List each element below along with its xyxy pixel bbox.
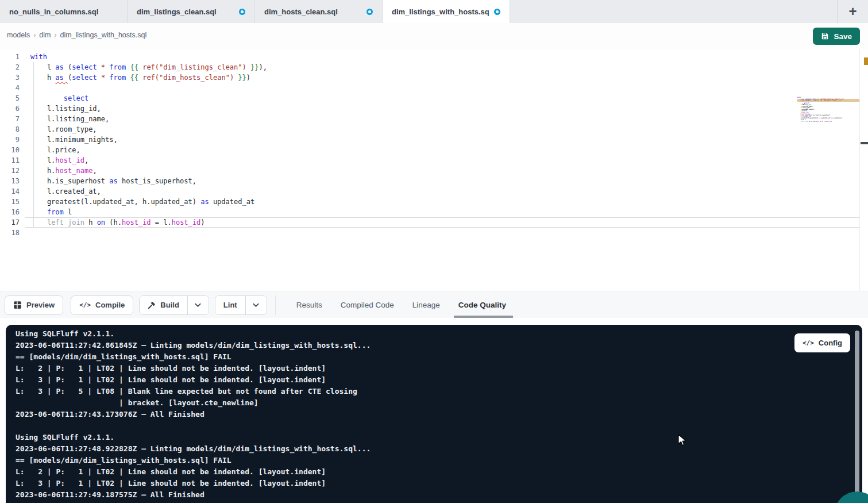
- grid-icon: [13, 301, 22, 309]
- terminal-line: L: 2 | P: 1 | LT02 | Line should not be …: [16, 363, 839, 374]
- code-line[interactable]: 15 greatest(l.updated_at, h.updated_at) …: [0, 197, 868, 207]
- chevron-down-icon: [252, 301, 260, 309]
- line-number: 15: [0, 197, 20, 207]
- modified-dot-icon: [367, 9, 373, 15]
- toolbar-divider: [275, 295, 276, 315]
- code-line-text: l.room_type,: [30, 124, 97, 135]
- line-number: 13: [0, 176, 20, 186]
- line-number: 8: [0, 124, 20, 135]
- code-line[interactable]: 12 h.host_name,: [0, 166, 868, 176]
- editor-tab[interactable]: dim_listings_clean.sql: [128, 0, 255, 23]
- code-line[interactable]: 16 from l: [0, 207, 868, 217]
- code-line-text: l.listing_name,: [30, 114, 109, 124]
- code-line-text: l as (select * from {{ ref("dim_listings…: [30, 62, 267, 72]
- code-line-text: l.host_id,: [30, 155, 88, 166]
- code-line[interactable]: 2 l as (select * from {{ ref("dim_listin…: [0, 62, 868, 72]
- terminal-line: L: 3 | P: 1 | LT02 | Line should not be …: [16, 478, 839, 489]
- editor-tab-strip: no_nulls_in_columns.sqldim_listings_clea…: [0, 0, 868, 23]
- code-line-text: l.price,: [30, 145, 80, 155]
- line-number: 10: [0, 145, 20, 155]
- build-button[interactable]: Build: [140, 296, 187, 314]
- modified-dot-icon: [239, 9, 245, 15]
- breadcrumb: models›dim›dim_listings_with_hosts.sql: [7, 31, 146, 39]
- hammer-icon: [148, 301, 156, 309]
- code-editor[interactable]: 1with2 l as (select * from {{ ref("dim_l…: [0, 49, 868, 291]
- code-line[interactable]: 11 l.host_id,: [0, 155, 868, 166]
- code-icon: </>: [79, 301, 91, 309]
- line-number: 18: [0, 228, 20, 238]
- code-line[interactable]: 3 h as (select * from {{ ref("dim_hosts_…: [0, 72, 868, 83]
- compile-button-label: Compile: [95, 301, 125, 309]
- tab-lineage[interactable]: Lineage: [412, 292, 440, 318]
- code-line-text: l.listing_id,: [30, 103, 101, 114]
- code-line[interactable]: 1with: [0, 52, 868, 62]
- editor-tab[interactable]: dim_listings_with_hosts.sql: [383, 0, 510, 23]
- editor-tab-label: dim_listings_clean.sql: [137, 7, 217, 16]
- lint-dropdown-button[interactable]: [245, 296, 267, 314]
- tab-code-quality[interactable]: Code Quality: [458, 292, 506, 318]
- tab-compiled-code[interactable]: Compiled Code: [341, 292, 394, 318]
- new-tab-button[interactable]: +: [837, 0, 868, 23]
- editor-minimap[interactable]: with l as (select * from {{ ref("dim_lis…: [797, 97, 859, 126]
- tab-results[interactable]: Results: [296, 292, 322, 318]
- editor-tab[interactable]: dim_hosts_clean.sql: [255, 0, 383, 23]
- code-line[interactable]: 8 l.room_type,: [0, 124, 868, 135]
- code-line[interactable]: 18: [0, 228, 868, 238]
- terminal-line: == [models/dim/dim_listings_with_hosts.s…: [16, 455, 839, 466]
- code-icon: </>: [803, 339, 814, 347]
- terminal-scrollbar[interactable]: [855, 331, 859, 494]
- code-line-text: l.created_at,: [30, 186, 101, 197]
- floppy-icon: [821, 32, 829, 40]
- code-line[interactable]: 14 l.created_at,: [0, 186, 868, 197]
- code-line[interactable]: 13 h.is_superhost as host_is_superhost,: [0, 176, 868, 186]
- lint-button-label: Lint: [223, 301, 237, 309]
- code-line[interactable]: 5 select: [0, 93, 868, 103]
- chevron-down-icon: [194, 301, 202, 309]
- code-line[interactable]: 10 l.price,: [0, 145, 868, 155]
- code-line-text: h.is_superhost as host_is_superhost,: [30, 176, 196, 186]
- line-number: 12: [0, 166, 20, 176]
- plus-icon: +: [848, 3, 857, 20]
- chevron-right-icon: ›: [33, 31, 36, 39]
- terminal-line: L: 2 | P: 1 | LT02 | Line should not be …: [16, 466, 839, 478]
- scroll-position-marker: [861, 142, 868, 144]
- save-button[interactable]: Save: [813, 28, 860, 45]
- line-number: 6: [0, 103, 20, 114]
- build-button-group: Build: [139, 295, 209, 315]
- editor-tab-label: dim_hosts_clean.sql: [264, 7, 338, 16]
- compile-button[interactable]: </> Compile: [71, 295, 133, 315]
- lint-button[interactable]: Lint: [215, 296, 245, 314]
- code-line[interactable]: 4: [0, 83, 868, 93]
- line-number: 5: [0, 93, 20, 103]
- code-line-text: h.host_name,: [30, 166, 97, 176]
- code-line[interactable]: 7 l.listing_name,: [0, 114, 868, 124]
- code-line[interactable]: 9 l.minimum_nights,: [0, 135, 868, 145]
- code-line[interactable]: 6 l.listing_id,: [0, 103, 868, 114]
- minimap-line: [797, 122, 859, 124]
- terminal-line: 2023-06-06T11:27:42.861845Z — Linting mo…: [16, 340, 839, 351]
- terminal-line: [16, 420, 839, 432]
- code-line[interactable]: 17 left join h on (h.host_id = l.host_id…: [0, 217, 868, 228]
- build-dropdown-button[interactable]: [187, 296, 209, 314]
- config-button[interactable]: </> Config: [794, 333, 850, 352]
- breadcrumb-item[interactable]: models: [7, 31, 30, 39]
- terminal-line: 2023-06-06T11:27:49.187575Z — All Finish…: [16, 489, 839, 501]
- terminal-line: L: 3 | P: 5 | LT08 | Blank line expected…: [16, 386, 839, 397]
- breadcrumb-item[interactable]: dim_listings_with_hosts.sql: [60, 31, 146, 39]
- terminal-line: 2023-06-06T11:27:43.173076Z — All Finish…: [16, 409, 839, 420]
- line-number: 4: [0, 83, 20, 93]
- line-number: 16: [0, 207, 20, 217]
- code-line-text: left join h on (h.host_id = l.host_id): [30, 217, 205, 228]
- line-number: 9: [0, 135, 20, 145]
- breadcrumb-item[interactable]: dim: [39, 31, 51, 39]
- code-line-text: l.minimum_nights,: [30, 135, 118, 145]
- editor-tab[interactable]: no_nulls_in_columns.sql: [0, 0, 128, 23]
- preview-button[interactable]: Preview: [5, 295, 63, 315]
- build-button-label: Build: [160, 301, 179, 309]
- code-line-text: with: [30, 52, 47, 62]
- terminal-line: Using SQLFluff v2.1.1.: [16, 432, 839, 443]
- modified-dot-icon: [494, 9, 500, 15]
- line-number: 11: [0, 155, 20, 166]
- line-number: 1: [0, 52, 20, 62]
- line-number: 2: [0, 62, 20, 72]
